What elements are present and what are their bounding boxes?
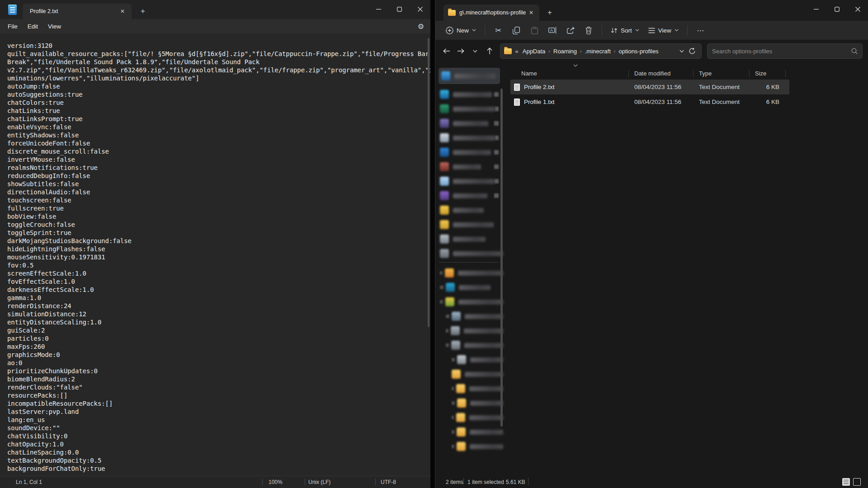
crumb-separator-icon[interactable]: › [547, 48, 551, 54]
collapsed-path-icon[interactable]: « [515, 48, 519, 55]
sidebar-item[interactable] [435, 412, 503, 423]
menu-item-view[interactable]: View [43, 21, 66, 32]
sidebar-item[interactable] [435, 233, 503, 245]
sidebar-item[interactable] [435, 354, 503, 366]
file-row[interactable]: Profile 2.txt08/04/2023 11:56Text Docume… [510, 80, 789, 94]
new-button[interactable]: New [442, 24, 480, 37]
expand-chevron-icon[interactable] [446, 329, 448, 333]
minimize-button[interactable] [806, 0, 826, 18]
paste-button[interactable] [526, 23, 543, 38]
maximize-button[interactable] [826, 0, 847, 18]
sidebar-item[interactable] [435, 117, 503, 129]
sidebar-item[interactable] [435, 426, 503, 438]
close-button[interactable] [410, 0, 430, 18]
column-header-type[interactable]: Type [693, 70, 750, 77]
explorer-tab[interactable]: g\.minecraft\options-profiles ✕ [443, 5, 539, 21]
breadcrumb-roaming[interactable]: Roaming [551, 47, 579, 56]
pin-icon[interactable] [495, 179, 499, 183]
expand-chevron-icon[interactable] [440, 271, 443, 275]
expand-chevron-icon[interactable] [446, 314, 449, 318]
breadcrumb-options-profiles[interactable]: options-profiles [616, 47, 660, 56]
expand-chevron-icon[interactable] [440, 300, 443, 304]
pin-icon[interactable] [494, 193, 499, 198]
sidebar-item[interactable] [435, 339, 503, 351]
expand-chevron-icon[interactable] [452, 358, 455, 361]
column-header-name[interactable]: Name [510, 70, 629, 77]
file-row[interactable]: Profile 1.txt08/04/2023 11:56Text Docume… [510, 94, 789, 109]
sidebar-scrollbar[interactable] [500, 89, 503, 427]
sidebar-item[interactable] [435, 282, 503, 293]
sort-button[interactable]: Sort [607, 24, 643, 37]
up-button[interactable] [483, 44, 496, 58]
forward-button[interactable] [454, 44, 468, 58]
sidebar-item[interactable] [435, 310, 503, 322]
sidebar-item[interactable] [435, 296, 503, 308]
search-box[interactable] [707, 43, 863, 59]
file-list-pane[interactable]: Name Date modified Type Size Profile 2.t… [503, 62, 868, 476]
delete-button[interactable] [580, 23, 597, 38]
tab-close-icon[interactable]: ✕ [117, 6, 128, 17]
editor-area[interactable]: version:3120quilt_available_resource_pac… [0, 33, 430, 476]
settings-gear-icon[interactable]: ⚙ [418, 22, 424, 31]
expand-chevron-icon[interactable] [452, 401, 455, 405]
zoom-level[interactable]: 100% [269, 479, 283, 485]
menu-item-file[interactable]: File [3, 21, 23, 32]
close-button[interactable] [847, 0, 868, 18]
sidebar-item-selected[interactable] [439, 68, 500, 84]
sidebar-item[interactable] [435, 204, 503, 216]
sidebar-item[interactable] [435, 383, 503, 394]
tab-close-icon[interactable]: ✕ [526, 7, 537, 18]
expand-chevron-icon[interactable] [440, 286, 443, 289]
minimize-button[interactable] [368, 0, 389, 18]
sidebar-item[interactable] [435, 161, 503, 173]
crumb-separator-icon[interactable]: › [613, 48, 617, 54]
thumbnail-view-toggle[interactable] [853, 478, 861, 486]
maximize-button[interactable] [389, 0, 410, 18]
rename-button[interactable]: A [544, 23, 561, 38]
sidebar-item[interactable] [435, 248, 503, 259]
pin-icon[interactable] [494, 150, 499, 155]
cut-button[interactable]: ✂ [490, 23, 507, 38]
pin-icon[interactable] [494, 121, 499, 126]
editor-scrollbar[interactable] [428, 38, 429, 327]
search-input[interactable] [712, 48, 851, 55]
pin-icon[interactable] [494, 92, 499, 97]
sidebar-item[interactable] [435, 89, 503, 100]
sidebar-item[interactable] [435, 267, 503, 279]
sidebar-item[interactable] [435, 103, 503, 115]
sidebar-item[interactable] [435, 175, 503, 187]
sidebar-item[interactable] [435, 132, 503, 144]
expand-chevron-icon[interactable] [452, 387, 454, 390]
breadcrumb-minecraft[interactable]: .minecraft [583, 47, 613, 56]
view-button[interactable]: View [644, 24, 683, 37]
breadcrumb-appdata[interactable]: AppData [520, 47, 548, 56]
encoding[interactable]: UTF-8 [381, 479, 396, 485]
back-button[interactable] [440, 44, 453, 58]
new-tab-button[interactable]: + [543, 6, 557, 19]
sidebar-item[interactable] [435, 325, 503, 337]
new-tab-button[interactable]: + [136, 5, 150, 18]
expand-chevron-icon[interactable] [452, 416, 454, 419]
notepad-titlebar[interactable]: Profile 2.txt ✕ + [0, 0, 430, 19]
refresh-icon[interactable] [687, 46, 698, 56]
copy-button[interactable] [508, 23, 525, 38]
pin-icon[interactable] [494, 164, 499, 169]
sidebar-item[interactable] [435, 146, 503, 158]
sidebar-item[interactable] [435, 368, 503, 380]
more-options-button[interactable]: ⋯ [692, 23, 709, 38]
column-header-size[interactable]: Size [750, 70, 786, 77]
expand-chevron-icon[interactable] [446, 343, 449, 347]
notepad-tab[interactable]: Profile 2.txt ✕ [23, 4, 132, 19]
navigation-pane[interactable] [435, 62, 503, 476]
pin-icon[interactable] [495, 136, 499, 140]
address-dropdown-chevron[interactable] [677, 46, 687, 56]
recent-locations-button[interactable] [468, 44, 482, 58]
sidebar-item[interactable] [435, 397, 503, 409]
line-ending[interactable]: Unix (LF) [308, 479, 330, 485]
explorer-titlebar[interactable]: g\.minecraft\options-profiles ✕ + [435, 0, 868, 21]
pin-icon[interactable] [495, 107, 499, 111]
sidebar-item[interactable] [435, 441, 503, 452]
sidebar-item[interactable] [435, 190, 503, 202]
expand-chevron-icon[interactable] [452, 430, 454, 434]
details-view-toggle[interactable] [842, 478, 850, 486]
